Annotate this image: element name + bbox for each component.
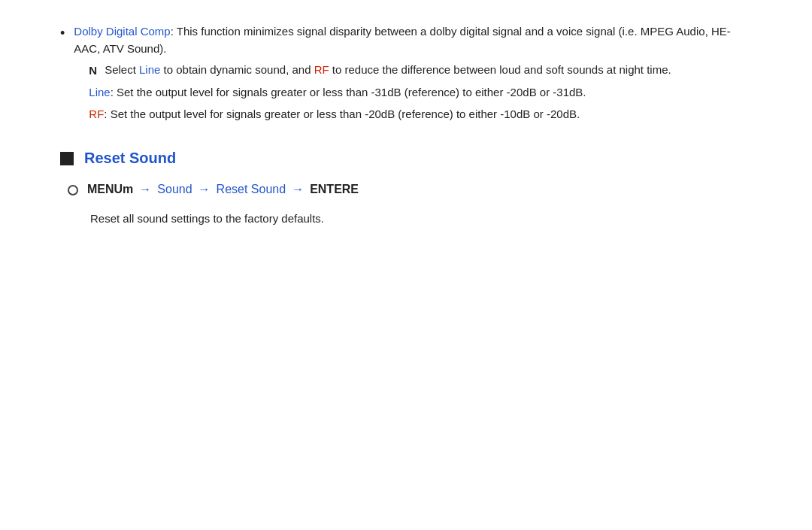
menu-path-row: MENUm → Sound → Reset Sound → ENTERE (68, 180, 752, 199)
line-paragraph: Line: Set the output level for signals g… (89, 83, 752, 101)
menu-path-text: MENUm → Sound → Reset Sound → ENTERE (87, 180, 359, 199)
menu-circle-icon (68, 185, 78, 195)
rf-label: RF (89, 108, 104, 120)
bullet-section: • Dolby Digital Comp: This function mini… (60, 23, 752, 126)
note-text-part1: Select (105, 63, 139, 76)
menu-label: MENUm (87, 180, 133, 199)
line-label: Line (89, 86, 110, 98)
arrow2: → (198, 180, 211, 199)
dolby-label: Dolby Digital Comp (74, 25, 170, 38)
section-square-icon (60, 152, 74, 165)
rf-text: : Set the output level for signals great… (104, 108, 580, 120)
bullet-content: Dolby Digital Comp: This function minimi… (74, 23, 752, 126)
line-text: : Set the output level for signals great… (111, 86, 586, 98)
arrow1: → (139, 180, 151, 199)
note-text-part3: to reduce the difference between loud an… (329, 63, 671, 76)
note-n-label: N (89, 62, 97, 79)
dolby-text: : This function minimizes signal dispari… (74, 25, 730, 55)
arrow3: → (292, 180, 304, 199)
note-line-label: Line (139, 63, 160, 76)
note-text: Select Line to obtain dynamic sound, and… (105, 61, 752, 78)
path2-label: Reset Sound (217, 180, 286, 199)
note-text-part2: to obtain dynamic sound, and (160, 63, 314, 76)
note-rf-label: RF (314, 63, 329, 76)
reset-sound-heading-row: Reset Sound (60, 147, 752, 170)
section-title: Reset Sound (84, 147, 176, 170)
reset-description: Reset all sound settings to the factory … (90, 210, 752, 227)
path1-label: Sound (157, 180, 192, 199)
rf-paragraph: RF: Set the output level for signals gre… (89, 105, 752, 123)
note-row: N Select Line to obtain dynamic sound, a… (89, 61, 752, 79)
bullet-dot: • (60, 23, 65, 44)
enter-label: ENTERE (310, 180, 359, 199)
